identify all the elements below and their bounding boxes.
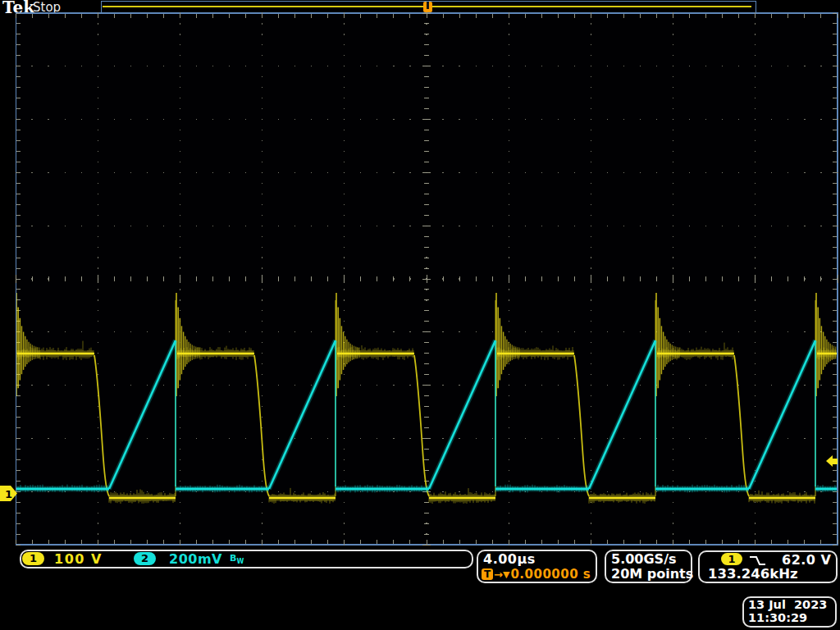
triangle-down-icon: ▼ (503, 569, 509, 580)
oscilloscope-screen: { "header": { "logo": "Tek", "acq_status… (0, 0, 840, 630)
trigger-position-value: 0.000000 s (510, 567, 591, 582)
ch1-scale-readout: 100 V (54, 551, 103, 567)
trigger-frequency-readout: 133.246kHz (708, 566, 798, 582)
trigger-t-badge: T (482, 568, 493, 580)
trigger-position-readout: T → ▼ 0.000000 s (482, 567, 591, 582)
scope-graticule-svg (16, 12, 838, 546)
sample-rate-readout: 5.00GS/s (611, 551, 677, 567)
record-length-readout: 20M points (611, 566, 693, 582)
trigger-source-badge: 1 (721, 553, 742, 565)
bandwidth-limit-icon: BW (230, 553, 244, 565)
time-readout: 11:30:29 (748, 611, 807, 624)
ch2-badge[interactable]: 2 (134, 552, 156, 565)
channel1-marker-label: 1 (5, 488, 12, 500)
channel1-ground-marker[interactable]: 1 (0, 486, 19, 501)
timebase-readout: 4.00µs (483, 551, 536, 567)
record-view-bar (101, 1, 756, 13)
date-readout: 13 Jul 2023 (748, 598, 827, 611)
record-view-trigger-marker[interactable] (423, 2, 432, 12)
arrow-right-icon: → (494, 568, 503, 581)
ch1-badge[interactable]: 1 (22, 552, 44, 565)
ch2-scale-readout: 200mV (169, 551, 222, 567)
falling-edge-slope-icon (749, 555, 767, 567)
record-view-trigger-slot (427, 2, 429, 9)
waveform-display-area (16, 12, 838, 546)
